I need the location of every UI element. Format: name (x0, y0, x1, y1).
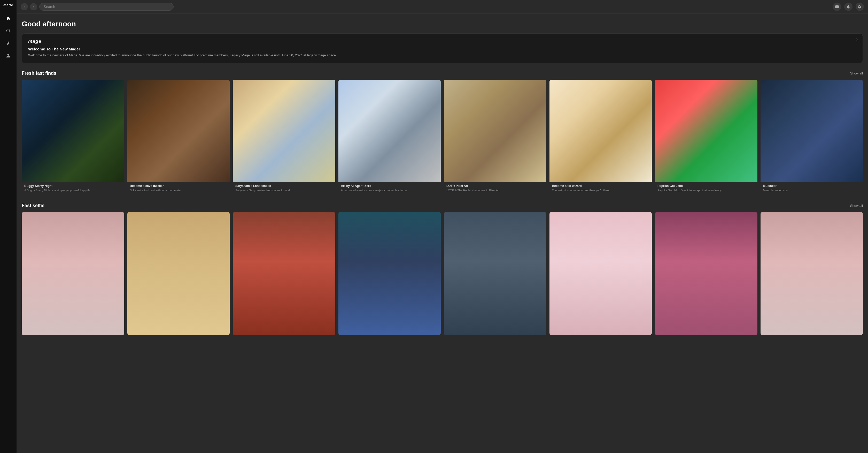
card-title: Paprika Got Jello (657, 184, 755, 188)
card-info: Paprika Got Jello Paprika Got Jello. Div… (655, 182, 757, 195)
card-image (233, 80, 335, 182)
card-title: Art by AI-Agent-Zero (341, 184, 438, 188)
card-title: LOTR Pixel Art (446, 184, 544, 188)
selfie-card[interactable] (444, 212, 547, 335)
card-title: Muscular (763, 184, 861, 188)
card-image (550, 80, 652, 182)
card-desc: The weight is more important than you'd … (552, 189, 649, 192)
card-image (444, 80, 547, 182)
bell-icon[interactable] (844, 3, 852, 11)
selfie-section-header: Fast selfie Show all (22, 203, 863, 208)
fresh-find-card[interactable]: Buggy Starry Night A Buggy Starry Night … (22, 80, 124, 195)
selfie-image (233, 212, 335, 335)
main-content: Good afternoon mage × Welcome To The New… (17, 0, 868, 453)
sidebar-logo: mage (3, 3, 13, 7)
card-title: Become a cave dweller (130, 184, 227, 188)
fresh-finds-section-header: Fresh fast finds Show all (22, 70, 863, 76)
selfie-grid (22, 212, 863, 335)
fresh-finds-title: Fresh fast finds (22, 70, 56, 76)
content-area: Good afternoon mage × Welcome To The New… (17, 14, 868, 453)
card-image (22, 80, 124, 182)
selfie-card[interactable] (338, 212, 441, 335)
fresh-find-card[interactable]: Become a fat wizard The weight is more i… (550, 80, 652, 195)
card-info: Muscular Muscular moody cu… (761, 182, 863, 195)
selfie-image (444, 212, 547, 335)
card-info: Become a cave dweller Still can't afford… (127, 182, 230, 195)
card-image (338, 80, 441, 182)
fresh-find-card[interactable]: Become a cave dweller Still can't afford… (127, 80, 230, 195)
sidebar: mage (0, 0, 17, 453)
sidebar-item-home[interactable] (3, 13, 13, 24)
svg-point-0 (6, 29, 9, 32)
welcome-banner: mage × Welcome To The New Mage! Welcome … (22, 33, 863, 63)
search-input[interactable] (39, 3, 174, 10)
selfie-image (655, 212, 757, 335)
selfie-card[interactable] (761, 212, 863, 335)
selfie-card[interactable] (655, 212, 757, 335)
settings-icon[interactable] (856, 3, 864, 11)
banner-link[interactable]: legacy.mage.space (307, 53, 336, 57)
card-info: Buggy Starry Night A Buggy Starry Night … (22, 182, 124, 195)
fresh-finds-grid: Buggy Starry Night A Buggy Starry Night … (22, 80, 863, 195)
selfie-image (550, 212, 652, 335)
selfie-image (761, 212, 863, 335)
card-info: LOTR Pixel Art LOTR & The Hobbit charact… (444, 182, 547, 195)
fresh-find-card[interactable]: LOTR Pixel Art LOTR & The Hobbit charact… (444, 80, 547, 195)
fresh-finds-show-all-button[interactable]: Show all (850, 72, 863, 75)
selfie-show-all-button[interactable]: Show all (850, 204, 863, 208)
fresh-find-card[interactable]: Satyakam's Landscapes Satyakam Garg crea… (233, 80, 335, 195)
selfie-card[interactable] (550, 212, 652, 335)
banner-logo: mage (28, 39, 41, 44)
selfie-card[interactable] (22, 212, 124, 335)
card-image (127, 80, 230, 182)
svg-line-1 (9, 32, 10, 32)
sidebar-item-search[interactable] (3, 26, 13, 36)
selfie-image (338, 212, 441, 335)
card-image (761, 80, 863, 182)
topbar (17, 0, 868, 14)
fresh-find-card[interactable]: Art by AI-Agent-Zero An armored warrior … (338, 80, 441, 195)
back-button[interactable] (21, 3, 28, 10)
selfie-image (127, 212, 230, 335)
card-desc: Muscular moody cu… (763, 189, 861, 192)
card-title: Become a fat wizard (552, 184, 649, 188)
greeting-text: Good afternoon (22, 20, 863, 28)
selfie-image (22, 212, 124, 335)
fresh-find-card[interactable]: Muscular Muscular moody cu… (761, 80, 863, 195)
card-info: Satyakam's Landscapes Satyakam Garg crea… (233, 182, 335, 195)
card-title: Satyakam's Landscapes (235, 184, 333, 188)
selfie-card[interactable] (127, 212, 230, 335)
card-info: Art by AI-Agent-Zero An armored warrior … (338, 182, 441, 195)
sidebar-item-profile[interactable] (3, 50, 13, 61)
card-title: Buggy Starry Night (24, 184, 122, 188)
card-desc: Satyakam Garg creates landscapes from al… (235, 189, 333, 192)
card-desc: LOTR & The Hobbit characters in Pixel Ar… (446, 189, 544, 192)
selfie-title: Fast selfie (22, 203, 44, 208)
topbar-right-icons (833, 3, 864, 11)
card-desc: Paprika Got Jello. Dive into an app that… (657, 189, 755, 192)
discord-icon[interactable] (833, 3, 841, 11)
card-desc: Still can't afford rent without a roomma… (130, 189, 227, 192)
banner-body: Welcome to the new era of Mage. We are i… (28, 53, 857, 58)
banner-title: Welcome To The New Mage! (28, 47, 857, 51)
card-image (655, 80, 757, 182)
forward-button[interactable] (30, 3, 37, 10)
card-info: Become a fat wizard The weight is more i… (550, 182, 652, 195)
card-desc: A Buggy Starry Night is a simple yet pow… (24, 189, 122, 192)
card-desc: An armored warrior rides a majestic hors… (341, 189, 438, 192)
fresh-find-card[interactable]: Paprika Got Jello Paprika Got Jello. Div… (655, 80, 757, 195)
banner-close-button[interactable]: × (856, 37, 859, 42)
selfie-card[interactable] (233, 212, 335, 335)
sidebar-item-generate[interactable] (3, 38, 13, 48)
